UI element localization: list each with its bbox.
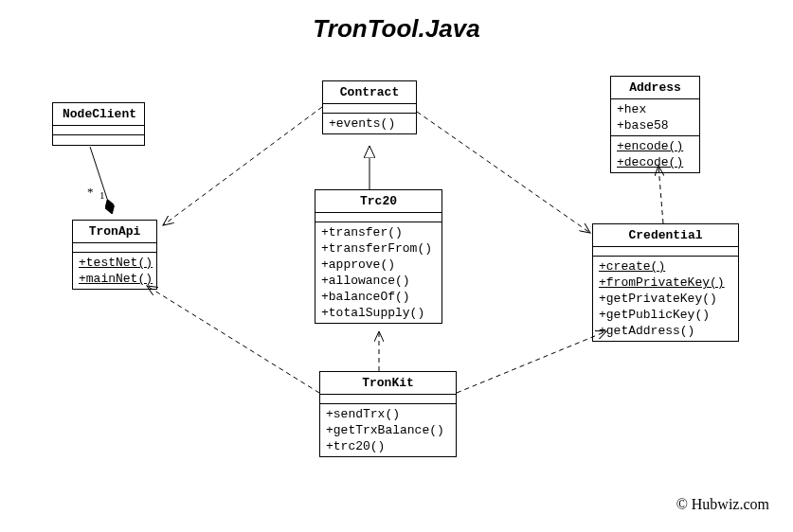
- class-name: NodeClient: [53, 103, 144, 126]
- copyright: © Hubwiz.com: [676, 496, 769, 513]
- class-credential: Credential +create() +fromPrivateKey() +…: [592, 223, 739, 342]
- class-ops: +testNet() +mainNet(): [73, 253, 156, 289]
- op: +getPrivateKey(): [599, 291, 732, 307]
- svg-line-2: [163, 107, 322, 225]
- diagram-title: TronTool.Java: [0, 14, 793, 44]
- class-trc20: Trc20 +transfer() +transferFrom() +appro…: [315, 189, 442, 324]
- op: +encode(): [617, 138, 694, 154]
- op: +decode(): [617, 154, 694, 170]
- class-name: TronKit: [320, 372, 456, 395]
- class-ops: [53, 135, 144, 145]
- class-name: Trc20: [315, 190, 442, 213]
- op: +getPublicKey(): [599, 307, 732, 323]
- op: +getTrxBalance(): [326, 422, 450, 438]
- class-attrs: [53, 126, 144, 135]
- svg-line-0: [90, 147, 112, 213]
- class-name: Credential: [593, 224, 738, 247]
- attr: +base58: [617, 117, 694, 133]
- multiplicity-one: 1: [99, 189, 105, 201]
- class-ops: +events(): [323, 114, 416, 133]
- attr: +hex: [617, 101, 694, 117]
- class-attrs: [320, 395, 456, 404]
- class-name: Contract: [323, 81, 416, 104]
- class-nodeclient: NodeClient: [52, 102, 145, 146]
- class-ops: +transfer() +transferFrom() +approve() +…: [315, 222, 442, 323]
- class-tronkit: TronKit +sendTrx() +getTrxBalance() +trc…: [319, 371, 457, 457]
- op: +getAddress(): [599, 323, 732, 339]
- class-attrs: +hex +base58: [611, 99, 699, 136]
- svg-line-6: [457, 331, 606, 393]
- class-attrs: [323, 104, 416, 114]
- class-ops: +sendTrx() +getTrxBalance() +trc20(): [320, 404, 456, 456]
- op: +transfer(): [321, 224, 436, 240]
- class-address: Address +hex +base58 +encode() +decode(): [610, 76, 700, 173]
- svg-line-3: [417, 112, 590, 233]
- op: +testNet(): [79, 255, 151, 271]
- op: +events(): [329, 115, 410, 132]
- op: +mainNet(): [79, 271, 151, 287]
- class-name: Address: [611, 77, 699, 99]
- op: +transferFrom(): [321, 240, 436, 257]
- class-contract: Contract +events(): [322, 80, 417, 134]
- op: +balanceOf(): [321, 289, 436, 305]
- class-ops: +create() +fromPrivateKey() +getPrivateK…: [593, 257, 738, 341]
- svg-line-5: [147, 286, 319, 393]
- op: +allowance(): [321, 273, 436, 289]
- op: +trc20(): [326, 438, 450, 454]
- op: +totalSupply(): [321, 305, 436, 321]
- op: +fromPrivateKey(): [599, 275, 732, 291]
- class-attrs: [73, 243, 156, 253]
- class-attrs: [315, 213, 442, 222]
- class-ops: +encode() +decode(): [611, 136, 699, 172]
- op: +sendTrx(): [326, 406, 450, 422]
- op: +create(): [599, 258, 732, 275]
- svg-line-7: [658, 166, 663, 223]
- op: +approve(): [321, 257, 436, 273]
- class-tronapi: TronApi +testNet() +mainNet(): [72, 220, 157, 290]
- multiplicity-star: *: [87, 185, 94, 200]
- class-name: TronApi: [73, 221, 156, 243]
- class-attrs: [593, 247, 738, 257]
